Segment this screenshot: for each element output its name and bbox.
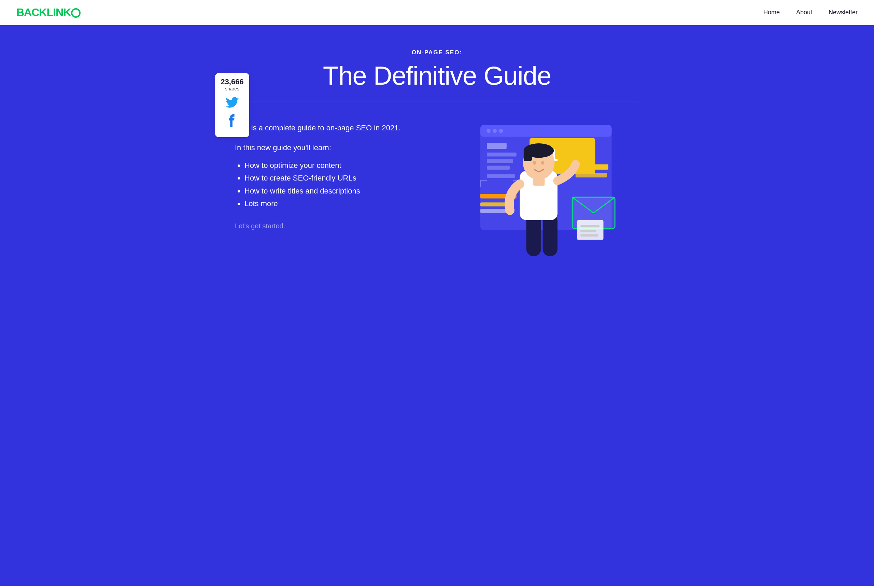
svg-rect-12 xyxy=(582,164,608,169)
svg-rect-32 xyxy=(533,177,545,186)
main-nav: Home About Newsletter xyxy=(763,9,857,16)
hero-description: This is a complete guide to on-page SEO … xyxy=(235,122,426,134)
shares-widget: 23,666 shares xyxy=(215,73,249,137)
nav-home[interactable]: Home xyxy=(763,9,780,16)
hero-illustration: h1 xyxy=(440,118,639,263)
twitter-icon xyxy=(226,97,239,111)
hero-learn-label: In this new guide you'll learn: xyxy=(235,143,426,152)
nav-about[interactable]: About xyxy=(796,9,812,16)
shares-count: 23,666 xyxy=(221,78,244,86)
hero-title: The Definitive Guide xyxy=(235,62,639,90)
list-item: How to optimize your content xyxy=(245,159,426,172)
svg-rect-19 xyxy=(580,230,596,232)
svg-rect-7 xyxy=(487,159,513,163)
svg-rect-5 xyxy=(487,143,507,149)
list-item: Lots more xyxy=(245,197,426,210)
hero-list: How to optimize your content How to crea… xyxy=(235,159,426,210)
hero-content: ON-PAGE SEO: The Definitive Guide xyxy=(235,46,639,101)
svg-rect-22 xyxy=(481,202,508,207)
list-item: How to write titles and descriptions xyxy=(245,184,426,197)
hero-divider xyxy=(235,101,639,101)
hero-subtitle: ON-PAGE SEO: xyxy=(235,49,639,56)
seo-illustration: h1 xyxy=(454,118,625,263)
nav-newsletter[interactable]: Newsletter xyxy=(829,9,857,16)
svg-rect-8 xyxy=(487,165,510,170)
list-item: How to create SEO-friendly URLs xyxy=(245,172,426,184)
svg-rect-20 xyxy=(580,234,598,237)
hero-text-block: This is a complete guide to on-page SEO … xyxy=(235,118,426,230)
facebook-icon xyxy=(228,114,236,130)
svg-rect-13 xyxy=(576,172,607,177)
svg-point-30 xyxy=(533,161,536,165)
twitter-share-button[interactable] xyxy=(222,96,242,112)
facebook-share-button[interactable] xyxy=(222,114,242,130)
svg-point-4 xyxy=(499,129,503,133)
logo-text: BACKLINK xyxy=(17,6,81,19)
svg-point-3 xyxy=(493,129,497,133)
svg-rect-9 xyxy=(487,174,515,178)
svg-point-2 xyxy=(487,129,491,133)
svg-rect-18 xyxy=(580,225,599,227)
hero-section: 23,666 shares ON-PAGE SEO: The D xyxy=(0,25,874,586)
logo-o xyxy=(71,8,81,18)
svg-rect-29 xyxy=(524,150,532,161)
hero-body: This is a complete guide to on-page SEO … xyxy=(235,118,639,263)
svg-rect-6 xyxy=(487,153,517,157)
shares-label: shares xyxy=(221,86,244,92)
site-logo[interactable]: BACKLINK xyxy=(17,6,81,19)
site-header: BACKLINK Home About Newsletter xyxy=(0,0,874,25)
hero-cta: Let's get started. xyxy=(235,222,426,230)
svg-point-31 xyxy=(541,161,545,165)
